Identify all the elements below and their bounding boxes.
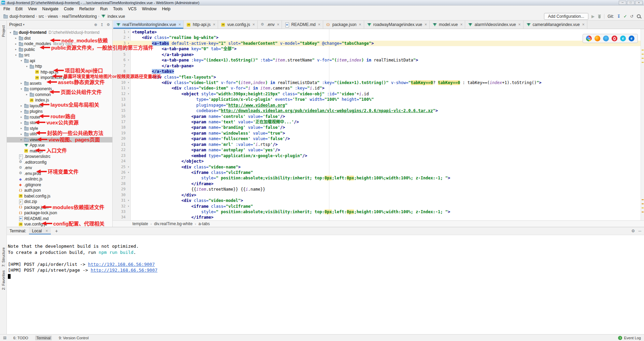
breadcrumb-item-duoji-frontend[interactable]: duoji-frontend xyxy=(3,14,34,19)
tree-item-components[interactable]: ▾components xyxy=(7,86,112,92)
debug-icon[interactable] xyxy=(598,14,601,18)
code-line-30[interactable]: 30</div> xyxy=(113,192,641,198)
tree-item-style[interactable]: ▸style xyxy=(7,126,112,132)
close-terminal-tab-icon[interactable]: × xyxy=(45,229,48,233)
tool-windows-icon[interactable]: ⊞ xyxy=(3,336,6,340)
expand-arrow-icon[interactable]: ▸ xyxy=(19,110,24,113)
code-line-10[interactable]: 10▾<div class="video-list" v-for="(item,… xyxy=(113,80,641,85)
ie-browser-icon[interactable] xyxy=(620,36,626,41)
git-commit-icon[interactable]: ✓ xyxy=(624,14,627,18)
close-tab-icon[interactable]: × xyxy=(277,22,279,27)
tree-item-common[interactable]: ▸common xyxy=(7,92,112,98)
fold-icon[interactable]: ▾ xyxy=(127,164,130,170)
tree-item-layouts[interactable]: ▸layouts xyxy=(7,103,112,109)
tree-item-.editorconfig[interactable]: .editorconfig xyxy=(7,160,112,165)
close-tab-icon[interactable]: × xyxy=(425,22,427,27)
tree-item-package.json[interactable]: package.json xyxy=(7,205,112,210)
expand-arrow-icon[interactable]: ▸ xyxy=(19,82,24,85)
menu-code[interactable]: Code xyxy=(61,6,76,12)
menu-file[interactable]: File xyxy=(1,6,13,12)
git-history-icon[interactable]: ↺ xyxy=(630,14,633,18)
expand-arrow-icon[interactable]: ▸ xyxy=(19,133,24,136)
error-stripe[interactable] xyxy=(641,29,644,220)
close-tab-icon[interactable]: × xyxy=(253,22,255,27)
expand-arrow-icon[interactable]: ▾ xyxy=(19,59,24,62)
editor-tab-package.json[interactable]: package.json× xyxy=(323,21,364,29)
tree-item-.browserslistrc[interactable]: .browserslistrc xyxy=(7,154,112,160)
stripe-mark[interactable] xyxy=(642,62,644,63)
close-tab-icon[interactable]: × xyxy=(178,22,181,27)
tree-item-public[interactable]: ▸public xyxy=(7,47,112,53)
tree-item-dist.zip[interactable]: dist.zip xyxy=(7,199,112,205)
tree-item-dist[interactable]: ▸dist xyxy=(7,36,112,41)
menu-navigate[interactable]: Navigate xyxy=(40,6,61,12)
close-tab-icon[interactable]: × xyxy=(518,22,521,27)
editor-tab-roadwayManage-index.vue[interactable]: roadwayManage\index.vue× xyxy=(364,21,430,29)
code-line-21[interactable]: 21<param name='mrl' :value='i.rtsp'/> xyxy=(113,142,641,147)
tool-strip-label-2-favorites[interactable]: 2: Favorites xyxy=(1,270,5,290)
gear-icon[interactable]: ⚙ xyxy=(106,23,110,27)
expand-arrow-icon[interactable]: ▾ xyxy=(25,65,29,68)
tree-item-index.js[interactable]: index.js xyxy=(7,97,112,103)
breadcrumb-item-views[interactable]: views xyxy=(48,14,58,19)
editor-tab-http-api.js[interactable]: http-api.js× xyxy=(184,21,218,29)
expand-arrow-icon[interactable]: ▸ xyxy=(14,42,18,45)
maximize-button[interactable]: □ xyxy=(627,1,634,5)
terminal-tab-local[interactable]: Local × xyxy=(29,228,51,234)
expand-arrow-icon[interactable]: ▾ xyxy=(14,54,18,57)
expand-arrow-icon[interactable]: ▸ xyxy=(14,48,18,51)
tree-item-node_modules[interactable]: ▸node_moduleslibrary root xyxy=(7,41,112,47)
code-line-14[interactable]: 14pluginspage="http://www.videolan.org" xyxy=(113,103,641,108)
close-tab-icon[interactable]: × xyxy=(460,22,462,27)
project-panel-title[interactable]: Project xyxy=(9,22,22,27)
fold-icon[interactable]: ▾ xyxy=(127,80,130,85)
code-line-2[interactable]: 2▾<div class="realTime bg-white"> xyxy=(113,35,641,40)
expand-arrow-icon[interactable]: ▸ xyxy=(14,37,18,40)
breadcrumb-item-index.vue[interactable]: index.vue xyxy=(101,14,125,19)
fold-icon[interactable]: ▾ xyxy=(127,170,130,175)
event-log-item[interactable]: 1 Event Log xyxy=(618,336,641,340)
code-line-25[interactable]: 25▾<div class="video-name"> xyxy=(113,164,641,170)
firefox-browser-icon[interactable] xyxy=(595,36,600,41)
code-line-1[interactable]: 1▾<template> xyxy=(113,29,641,35)
tree-item-App.vue[interactable]: App.vue xyxy=(7,142,112,148)
code-line-20[interactable]: 20<param name='fullscreen' value='false'… xyxy=(113,136,641,141)
menu-run[interactable]: Run xyxy=(97,6,110,12)
code-line-16[interactable]: 16<param name='controls' value='false'/> xyxy=(113,114,641,119)
fold-icon[interactable]: ▾ xyxy=(127,198,130,203)
search-everywhere-icon[interactable] xyxy=(636,14,641,19)
expand-arrow-icon[interactable]: ▸ xyxy=(25,93,29,96)
tree-item-plugins[interactable]: ▸plugins xyxy=(7,109,112,114)
code-line-24[interactable]: 24</object> xyxy=(113,159,641,164)
expand-arrow-icon[interactable]: ▸ xyxy=(19,121,24,124)
tree-item-importExcel.js[interactable]: importExcel.js xyxy=(7,75,112,81)
menu-vcs[interactable]: VCS xyxy=(125,6,139,12)
code-editor[interactable]: 1▾<template>2▾<div class="realTime bg-wh… xyxy=(113,29,644,220)
tree-item-.env[interactable]: .env xyxy=(7,165,112,171)
expand-arrow-icon[interactable]: ▸ xyxy=(19,127,24,130)
code-line-23[interactable]: 23<embed type="application/x-google-vlc-… xyxy=(113,153,641,159)
tree-item-.env.prod[interactable]: .env.prod xyxy=(7,171,112,177)
new-terminal-icon[interactable]: + xyxy=(54,228,59,234)
code-line-13[interactable]: 13type='application/x-vlc-plugin' events… xyxy=(113,97,641,102)
code-line-29[interactable]: 29{{item.streetName}} {{i.name}} xyxy=(113,187,641,192)
close-tab-icon[interactable]: × xyxy=(213,22,215,27)
code-line-6[interactable]: 6▾<a-tab-pane :key="(index+1).toString()… xyxy=(113,57,641,63)
tree-item-main.js[interactable]: main.js xyxy=(7,148,112,154)
tree-item-assets[interactable]: ▸assets xyxy=(7,81,112,86)
editor-tab-README.md[interactable]: README.md× xyxy=(282,21,323,29)
safari-browser-icon[interactable] xyxy=(603,36,609,41)
stripe-mark[interactable] xyxy=(642,50,644,51)
editor-breadcrumb-item[interactable]: div.realTime.bg-white xyxy=(154,221,192,226)
code-line-3[interactable]: 3▾<a-tabs default-active-key="1" slot="h… xyxy=(113,41,641,46)
breadcrumb-item-realTimeMonitoring[interactable]: realTimeMonitoring xyxy=(62,14,97,19)
tool-strip-label-project[interactable]: Project xyxy=(1,25,5,37)
statusbar-9-version-control[interactable]: 9: Version Control xyxy=(57,336,90,340)
code-line-33[interactable]: 33style=" position:absolute;visibility:i… xyxy=(113,209,641,215)
code-line-8[interactable]: 8</a-tabs> xyxy=(113,69,641,74)
statusbar-terminal[interactable]: Terminal xyxy=(35,336,52,340)
expand-arrow-icon[interactable]: ▾ xyxy=(8,31,13,34)
code-line-18[interactable]: 18<param name='branding' value='false'/> xyxy=(113,125,641,130)
code-line-32[interactable]: 32▾<iframe class="vlcIframe" xyxy=(113,204,641,209)
menu-edit[interactable]: Edit xyxy=(13,6,25,12)
